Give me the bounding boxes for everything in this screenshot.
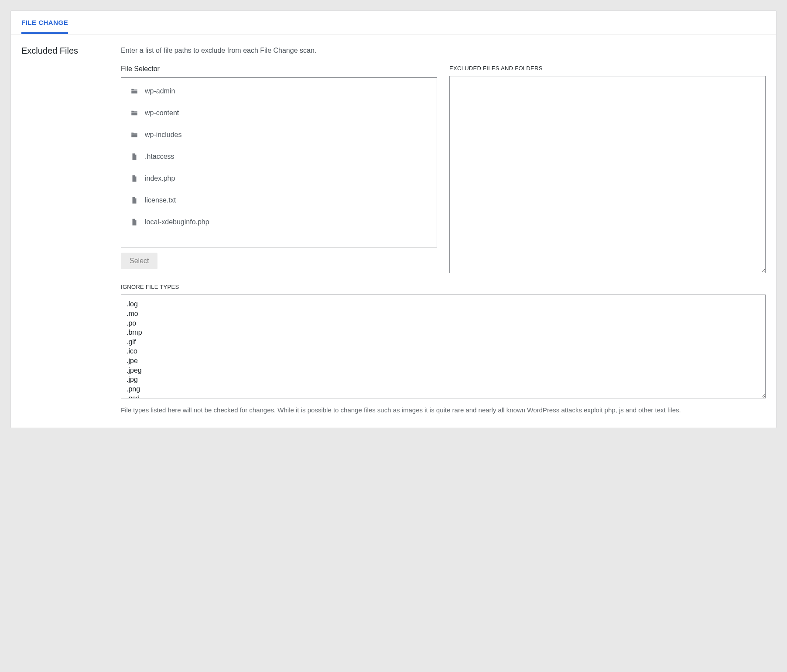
file-item-label: license.txt bbox=[145, 196, 176, 204]
file-item-label: local-xdebuginfo.php bbox=[145, 218, 209, 226]
ignore-file-types-textarea[interactable] bbox=[121, 295, 766, 398]
file-item[interactable]: wp-includes bbox=[121, 124, 437, 146]
file-item[interactable]: license.txt bbox=[121, 189, 437, 211]
file-item[interactable]: wp-admin bbox=[121, 80, 437, 102]
file-item-label: wp-admin bbox=[145, 87, 175, 95]
select-button[interactable]: Select bbox=[121, 253, 157, 269]
file-item-label: wp-includes bbox=[145, 131, 181, 139]
file-selector-label: File Selector bbox=[121, 65, 437, 73]
file-item[interactable]: .htaccess bbox=[121, 146, 437, 168]
file-icon bbox=[130, 196, 139, 204]
ignore-help-text: File types listed here will not be check… bbox=[121, 405, 766, 415]
file-icon bbox=[130, 218, 139, 226]
folder-icon bbox=[130, 87, 139, 95]
file-item-label: .htaccess bbox=[145, 153, 175, 161]
excluded-files-textarea[interactable] bbox=[449, 76, 766, 273]
file-icon bbox=[130, 153, 139, 161]
file-icon bbox=[130, 175, 139, 182]
section-title: Excluded Files bbox=[21, 46, 109, 56]
folder-icon bbox=[130, 109, 139, 117]
file-item-label: wp-content bbox=[145, 109, 179, 117]
file-item[interactable]: local-xdebuginfo.php bbox=[121, 211, 437, 233]
file-item-label: index.php bbox=[145, 175, 175, 182]
section-description: Enter a list of file paths to exclude fr… bbox=[121, 46, 766, 55]
file-item[interactable]: index.php bbox=[121, 168, 437, 189]
file-selector-list[interactable]: wp-adminwp-contentwp-includes.htaccessin… bbox=[121, 77, 437, 247]
settings-panel: FILE CHANGE Excluded Files Enter a list … bbox=[10, 10, 777, 428]
tab-file-change[interactable]: FILE CHANGE bbox=[21, 11, 68, 34]
file-item[interactable]: wp-content bbox=[121, 102, 437, 124]
ignore-file-types-label: IGNORE FILE TYPES bbox=[121, 284, 766, 290]
panel-content: Excluded Files Enter a list of file path… bbox=[11, 34, 776, 428]
excluded-files-label: EXCLUDED FILES AND FOLDERS bbox=[449, 65, 766, 72]
tab-bar: FILE CHANGE bbox=[11, 11, 776, 34]
folder-icon bbox=[130, 131, 139, 139]
